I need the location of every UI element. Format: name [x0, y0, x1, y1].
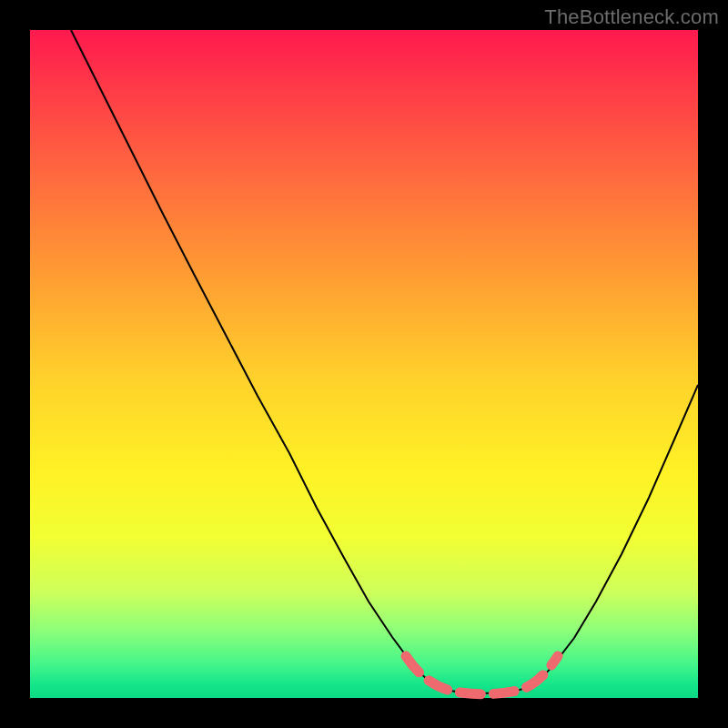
bottleneck-curve-line — [71, 30, 698, 693]
bottleneck-highlight-dash — [406, 656, 558, 694]
chart-frame: TheBottleneck.com — [0, 0, 728, 728]
plot-gradient-area — [30, 30, 698, 698]
attribution-text: TheBottleneck.com — [544, 5, 719, 29]
bottleneck-curve-svg — [30, 30, 698, 698]
